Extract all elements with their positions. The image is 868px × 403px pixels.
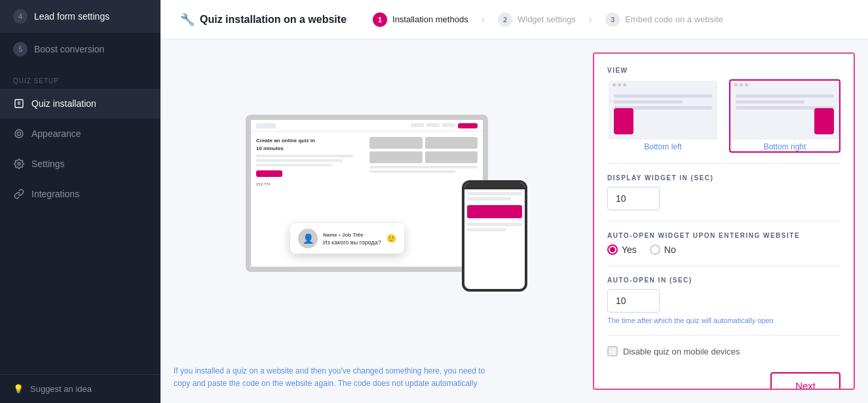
- disable-mobile-label: Disable quiz on mobile devices: [623, 347, 740, 356]
- screen-left: Create an online quiz in10 minutes 152,7…: [256, 137, 364, 185]
- view-option-bottom-left[interactable]: Bottom left: [607, 79, 719, 153]
- appearance-icon: [13, 128, 25, 140]
- screen-content: Create an online quiz in10 minutes 152,7…: [251, 132, 483, 191]
- display-widget-label: DISPLAY WIDGET IN (SEC): [607, 174, 840, 182]
- dot-3: [623, 83, 626, 86]
- sidebar-item-integrations-label: Integrations: [31, 189, 79, 199]
- disable-mobile-section[interactable]: Disable quiz on mobile devices: [607, 346, 840, 356]
- radio-yes[interactable]: Yes: [607, 244, 637, 255]
- radio-no-label: No: [664, 244, 676, 255]
- auto-open-section: AUTO-OPEN WIDGET UPON ENTERING WEBSITE Y…: [607, 232, 840, 255]
- info-text: If you installed a quiz on a website and…: [174, 365, 501, 390]
- dot-1: [613, 83, 616, 86]
- divider-2: [607, 221, 840, 221]
- breadcrumb: 1 Installation methods › 2 Widget settin…: [373, 12, 723, 27]
- view-option-bottom-left-preview: [609, 81, 717, 140]
- settings-icon: [13, 158, 25, 170]
- m-line-1: [467, 192, 522, 195]
- view-option-bottom-right-preview: [730, 81, 839, 140]
- m-line-4: [467, 228, 506, 231]
- dot-r3: [745, 83, 748, 86]
- line-2: [614, 100, 683, 104]
- suggest-idea-label: Suggest an idea: [30, 384, 92, 394]
- radio-group: Yes No: [607, 244, 840, 255]
- breadcrumb-embed-code[interactable]: 3 Embed code on a website: [605, 12, 723, 27]
- display-widget-section: DISPLAY WIDGET IN (SEC): [607, 174, 840, 210]
- sidebar-item-lead-form-num: 4: [13, 9, 28, 24]
- widget-block-right: [814, 108, 834, 134]
- sidebar-item-settings[interactable]: Settings: [0, 149, 160, 179]
- quiz-setup-label: QUIZ SETUP: [0, 66, 160, 88]
- step-1-label: Installation methods: [392, 14, 468, 24]
- step-3-num: 3: [605, 12, 620, 27]
- widget-avatar: 👤: [298, 229, 318, 248]
- divider-4: [607, 335, 840, 336]
- rline-2: [736, 100, 804, 104]
- mobile-mockup: [462, 180, 527, 292]
- widget-content: Name • Job Title Из какого вы города?: [323, 232, 381, 246]
- stat-text: 152,774: [256, 182, 364, 186]
- breadcrumb-widget-settings[interactable]: 2 Widget settings: [498, 12, 576, 27]
- step-1-num: 1: [373, 12, 387, 27]
- auto-open-in-label: AUTO-OPEN IN (SEC): [607, 277, 840, 284]
- sidebar-item-lead-form-label: Lead form settings: [34, 11, 109, 22]
- sidebar-item-boost-conversion[interactable]: 5 Boost conversion: [0, 33, 160, 66]
- display-widget-input[interactable]: [607, 187, 660, 210]
- sidebar-item-lead-form[interactable]: 4 Lead form settings: [0, 0, 160, 33]
- dot-2: [618, 83, 621, 86]
- rline-1: [736, 94, 834, 98]
- sidebar-item-appearance[interactable]: Appearance: [0, 119, 160, 149]
- sidebar-item-quiz-installation-label: Quiz installation: [31, 98, 96, 109]
- radio-no[interactable]: No: [650, 244, 676, 255]
- widget-emoji-icon: 🙂: [387, 234, 396, 243]
- nav-link-2: [426, 123, 440, 127]
- radio-yes-circle: [607, 244, 618, 255]
- next-button[interactable]: Next: [770, 372, 840, 390]
- line-1: [614, 94, 712, 98]
- widget-block-left: [614, 108, 633, 134]
- auto-open-label: AUTO-OPEN WIDGET UPON ENTERING WEBSITE: [607, 232, 840, 239]
- nav-cta: [458, 123, 478, 128]
- sidebar-item-quiz-installation[interactable]: Quiz installation: [0, 88, 160, 119]
- screen-right: [369, 137, 478, 185]
- main-content: 🔧 Quiz installation on a website 1 Insta…: [160, 0, 868, 403]
- text-line-1: [256, 155, 354, 157]
- sidebar-item-integrations[interactable]: Integrations: [0, 179, 160, 209]
- screen-nav-links: [411, 123, 478, 128]
- sidebar: 4 Lead form settings 5 Boost conversion …: [0, 0, 160, 403]
- preview-dots-left: [609, 81, 717, 89]
- preview-image: Create an online quiz in10 minutes 152,7…: [174, 52, 580, 355]
- nav-link-3: [442, 123, 455, 127]
- screen-logo: [256, 123, 276, 128]
- svg-point-3: [15, 130, 23, 138]
- sidebar-item-appearance-label: Appearance: [31, 128, 81, 139]
- cta-btn: [256, 170, 282, 177]
- svg-point-5: [18, 163, 20, 165]
- disable-mobile-checkbox[interactable]: [607, 346, 618, 356]
- view-option-bottom-right[interactable]: Bottom right: [729, 79, 840, 153]
- hint-text: The time after which the quiz will autom…: [607, 317, 840, 324]
- next-button-container: Next: [607, 367, 840, 390]
- auto-open-in-input[interactable]: [607, 289, 660, 313]
- suggest-idea[interactable]: 💡 Suggest an idea: [0, 374, 160, 403]
- content-area: Create an online quiz in10 minutes 152,7…: [160, 39, 868, 403]
- quiz-installation-icon: [13, 98, 25, 109]
- preview-panel: Create an online quiz in10 minutes 152,7…: [174, 52, 580, 390]
- bulb-icon: 💡: [13, 384, 24, 394]
- view-option-bottom-right-label: Bottom right: [730, 142, 839, 151]
- view-section-label: VIEW: [607, 67, 840, 74]
- page-title: Quiz installation on a website: [200, 14, 347, 26]
- content-line-2: [369, 170, 456, 173]
- view-option-bottom-left-label: Bottom left: [609, 142, 717, 151]
- quiz-block-1: [369, 137, 423, 149]
- screen-nav: [251, 120, 483, 132]
- widget-question: Из какого вы города?: [323, 239, 381, 246]
- widget-name: Name • Job Title: [323, 232, 381, 238]
- radio-no-circle: [650, 244, 660, 255]
- laptop-screen: Create an online quiz in10 minutes 152,7…: [246, 115, 488, 272]
- sidebar-item-boost-conversion-label: Boost conversion: [34, 44, 104, 54]
- step-2-num: 2: [498, 12, 512, 27]
- header: 🔧 Quiz installation on a website 1 Insta…: [160, 0, 868, 39]
- breadcrumb-installation-methods[interactable]: 1 Installation methods: [373, 12, 468, 27]
- divider-1: [607, 163, 840, 164]
